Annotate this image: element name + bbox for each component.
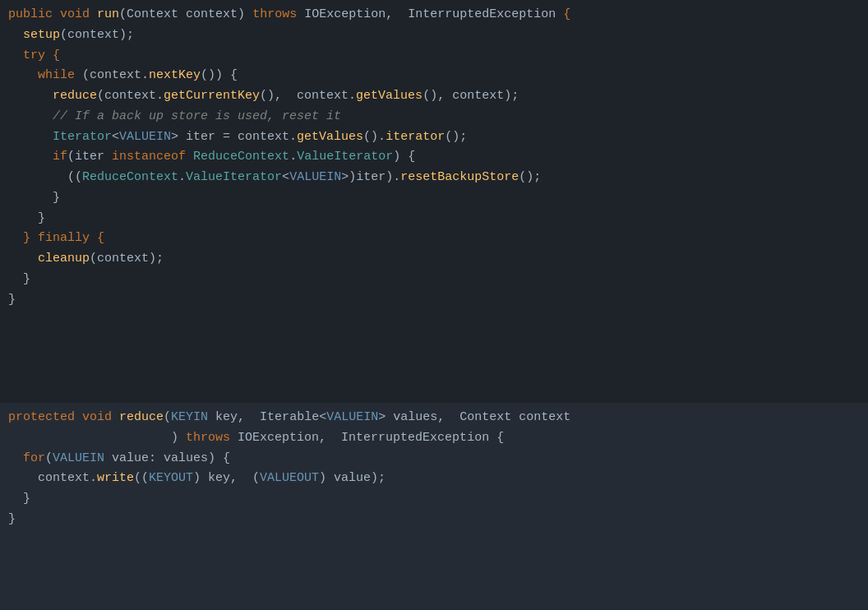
- code-line-9: ((ReduceContext.ValueIterator<VALUEIN>)i…: [8, 168, 860, 188]
- code-line-b1: protected void reduce(KEYIN key, Iterabl…: [8, 408, 860, 428]
- code-line-b5: }: [8, 489, 860, 510]
- code-line-14: }: [8, 270, 860, 290]
- code-line-1: public void run(Context context) throws …: [8, 5, 860, 25]
- code-line-12: } finally {: [8, 229, 860, 249]
- code-line-b4: context.write((KEYOUT) key, (VALUEOUT) v…: [8, 469, 860, 489]
- code-line-b6: }: [8, 510, 860, 530]
- code-line-4: while (context.nextKey()) {: [8, 66, 860, 86]
- code-line-5: reduce(context.getCurrentKey(), context.…: [8, 86, 860, 107]
- code-line-7: Iterator<VALUEIN> iter = context.getValu…: [8, 127, 860, 148]
- code-line-8: if(iter instanceof ReduceContext.ValueIt…: [8, 147, 860, 168]
- code-line-b3: for(VALUEIN value: values) {: [8, 449, 860, 469]
- code-panel-top: public void run(Context context) throws …: [0, 0, 868, 403]
- code-line-13: cleanup(context);: [8, 249, 860, 270]
- code-line-6: // If a back up store is used, reset it: [8, 107, 860, 127]
- code-line-3: try {: [8, 46, 860, 67]
- code-line-b2: ) throws IOException, InterruptedExcepti…: [8, 428, 860, 449]
- code-line-10: }: [8, 188, 860, 209]
- code-panel-bottom: protected void reduce(KEYIN key, Iterabl…: [0, 403, 868, 610]
- code-editor: public void run(Context context) throws …: [0, 0, 868, 610]
- code-line-15: }: [8, 290, 860, 311]
- code-line-11: }: [8, 209, 860, 229]
- code-line-2: setup(context);: [8, 25, 860, 46]
